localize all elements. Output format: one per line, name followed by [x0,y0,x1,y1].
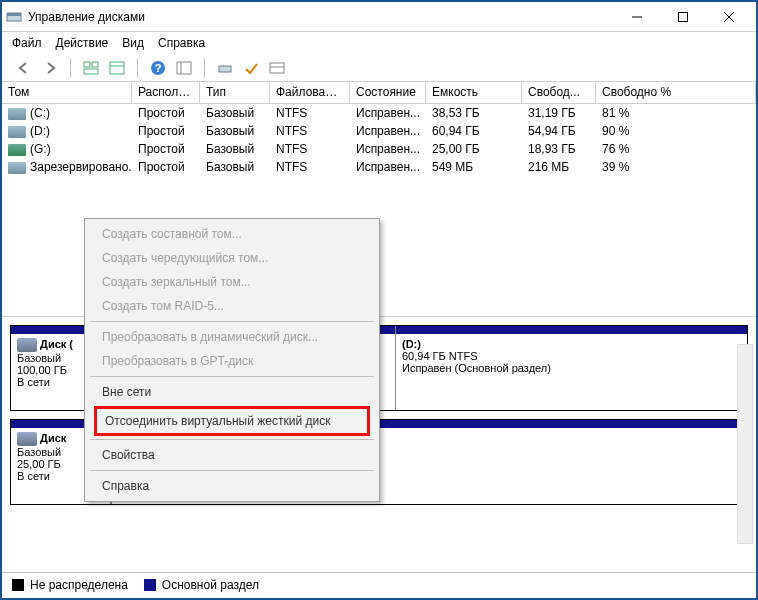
volume-row[interactable]: (G:)ПростойБазовыйNTFSИсправен...25,00 Г… [2,140,756,158]
cm-convert-gpt: Преобразовать в GPT-диск [88,349,376,373]
forward-button[interactable] [38,57,62,79]
disk1-size: 25,00 ГБ [17,458,61,470]
minimize-button[interactable] [614,3,660,31]
disk1-status: В сети [17,470,50,482]
view-icon-1[interactable] [79,57,103,79]
window-title: Управление дисками [28,10,614,24]
cm-detach-highlight: Отсоединить виртуальный жесткий диск [94,406,370,436]
svg-rect-8 [84,69,98,74]
disk-icon [17,432,37,446]
app-icon [6,9,22,25]
back-button[interactable] [12,57,36,79]
action-icon-1[interactable] [213,57,237,79]
refresh-icon[interactable] [172,57,196,79]
swatch-unallocated [12,579,24,591]
disk1-name: Диск [40,432,66,444]
view-icon-2[interactable] [105,57,129,79]
volume-row[interactable]: (D:)ПростойБазовыйNTFSИсправен...60,94 Г… [2,122,756,140]
col-type[interactable]: Тип [200,82,270,103]
volume-row[interactable]: (C:)ПростойБазовыйNTFSИсправен...38,53 Г… [2,104,756,122]
menu-action[interactable]: Действие [56,36,109,50]
svg-text:?: ? [155,62,162,74]
col-status[interactable]: Состояние [350,82,426,103]
legend-unalloc: Не распределена [30,578,128,592]
maximize-button[interactable] [660,3,706,31]
context-menu: Создать составной том... Создать чередую… [84,218,380,502]
disk0-status: В сети [17,376,50,388]
menu-file[interactable]: Файл [12,36,42,50]
disk0-size: 100,00 ГБ [17,364,67,376]
volume-icon [8,108,26,120]
swatch-primary [144,579,156,591]
d-title: (D:) [402,338,741,350]
disk0-name: Диск ( [40,338,73,350]
col-layout[interactable]: Располо... [132,82,200,103]
volume-icon [8,126,26,138]
cm-mirror: Создать зеркальный том... [88,270,376,294]
cm-detach-vhd[interactable]: Отсоединить виртуальный жесткий диск [97,409,367,433]
svg-rect-15 [219,66,231,72]
help-icon[interactable]: ? [146,57,170,79]
legend: Не распределена Основной раздел [2,572,756,596]
menu-view[interactable]: Вид [122,36,144,50]
svg-rect-13 [177,62,191,74]
cm-offline[interactable]: Вне сети [88,380,376,404]
d-line: 60,94 ГБ NTFS [402,350,741,362]
volume-icon [8,144,26,156]
legend-primary: Основной раздел [162,578,259,592]
col-pct[interactable]: Свободно % [596,82,756,103]
cm-spanned: Создать составной том... [88,222,376,246]
scrollbar[interactable] [737,344,753,544]
titlebar: Управление дисками [2,2,756,32]
volume-icon [8,162,26,174]
disk0-type: Базовый [17,352,61,364]
svg-rect-1 [7,13,21,16]
toolbar: ? [2,54,756,82]
action-icon-2[interactable] [239,57,263,79]
svg-rect-16 [270,63,284,73]
close-button[interactable] [706,3,752,31]
disk1-type: Базовый [17,446,61,458]
cm-raid5: Создать том RAID-5... [88,294,376,318]
cm-striped: Создать чередующийся том... [88,246,376,270]
col-tom[interactable]: Том [2,82,132,103]
svg-rect-9 [110,62,124,74]
disk-icon [17,338,37,352]
volume-row[interactable]: Зарезервировано...ПростойБазовыйNTFSИспр… [2,158,756,176]
svg-rect-3 [679,12,688,21]
cm-convert-dynamic: Преобразовать в динамический диск... [88,325,376,349]
svg-rect-6 [84,62,90,67]
cm-properties[interactable]: Свойства [88,443,376,467]
menubar: Файл Действие Вид Справка [2,32,756,54]
col-fs[interactable]: Файловая с... [270,82,350,103]
col-free[interactable]: Свобод... [522,82,596,103]
action-icon-3[interactable] [265,57,289,79]
col-capacity[interactable]: Емкость [426,82,522,103]
d-status: Исправен (Основной раздел) [402,362,741,374]
svg-rect-7 [92,62,98,67]
menu-help[interactable]: Справка [158,36,205,50]
disk0-part-d[interactable]: (D:) 60,94 ГБ NTFS Исправен (Основной ра… [395,326,747,410]
cm-help[interactable]: Справка [88,474,376,498]
